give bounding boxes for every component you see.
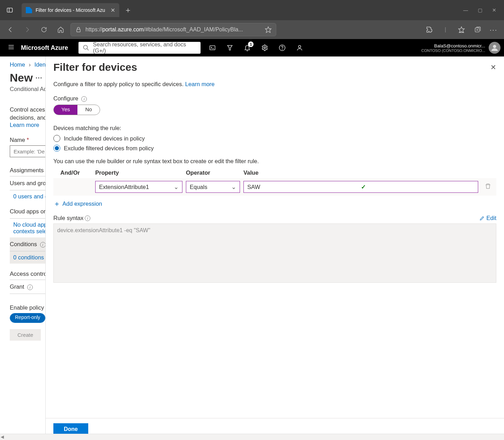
- notifications-icon[interactable]: 1: [240, 40, 255, 55]
- done-button[interactable]: Done: [53, 423, 88, 435]
- help-icon[interactable]: [274, 40, 290, 55]
- horizontal-scrollbar[interactable]: ◀: [0, 434, 504, 440]
- scroll-left-icon[interactable]: ◀: [1, 434, 4, 439]
- browser-tab[interactable]: Filter for devices - Microsoft Azu ✕: [22, 3, 119, 17]
- tab-close-icon[interactable]: ✕: [111, 7, 115, 14]
- directory-filter-icon[interactable]: [222, 40, 238, 55]
- svg-marker-4: [459, 27, 465, 33]
- toggle-no[interactable]: No: [77, 105, 99, 115]
- refresh-button[interactable]: [37, 23, 51, 37]
- radio-exclude[interactable]: Exclude filtered devices from policy: [53, 143, 496, 153]
- plus-icon: ＋: [53, 199, 60, 208]
- avatar: [489, 42, 501, 54]
- favorites-icon[interactable]: [454, 23, 468, 37]
- new-tab-button[interactable]: ＋: [124, 5, 132, 15]
- add-expression-button[interactable]: ＋ Add expression: [53, 199, 102, 208]
- col-property: Property: [95, 169, 182, 176]
- page-more-icon[interactable]: ···: [36, 74, 43, 82]
- edit-button[interactable]: Edit: [479, 215, 496, 221]
- check-icon: ✓: [361, 184, 475, 190]
- home-button[interactable]: [54, 23, 68, 37]
- rule-syntax-box[interactable]: device.extensionAttribute1 -eq "SAW": [53, 223, 496, 283]
- svg-point-19: [282, 50, 283, 50]
- collections-icon[interactable]: [471, 23, 484, 37]
- rule-row: ExtensionAttribute1 ⌄ Equals ⌄ SAW ✓: [53, 178, 496, 196]
- window-maximize[interactable]: ▢: [478, 7, 482, 13]
- blade-learn-more[interactable]: Learn more: [185, 81, 215, 87]
- col-andor: And/Or: [60, 169, 92, 176]
- svg-line-13: [87, 48, 89, 50]
- rule-syntax-label: Rule syntax: [53, 215, 83, 221]
- window-minimize[interactable]: —: [463, 7, 468, 13]
- rule-help-text: You can use the rule builder or rule syn…: [53, 158, 496, 165]
- learn-more-link[interactable]: Learn more: [10, 122, 39, 128]
- account-menu[interactable]: BalaS@contoso.onmicr... CONTOSO (CONTOSO…: [421, 42, 503, 54]
- blade-title: Filter for devices: [53, 61, 137, 73]
- account-tenant: CONTOSO (CONTOSO.ONMICRO...: [421, 48, 485, 53]
- settings-icon[interactable]: [257, 40, 272, 55]
- toggle-yes[interactable]: Yes: [54, 105, 77, 115]
- svg-rect-2: [77, 29, 80, 32]
- svg-marker-16: [228, 45, 232, 50]
- lock-icon: [75, 26, 82, 33]
- divider: |: [438, 23, 452, 37]
- favorite-icon[interactable]: [265, 26, 272, 33]
- url-text: https://portal.azure.com/#blade/Microsof…: [85, 26, 261, 33]
- breadcrumb-identity[interactable]: Iden: [35, 61, 46, 68]
- extensions-icon[interactable]: [422, 23, 436, 37]
- favicon-azure: [26, 7, 32, 13]
- search-input[interactable]: Search resources, services, and docs (G+…: [78, 42, 201, 54]
- configure-toggle[interactable]: Yes No: [53, 105, 100, 115]
- col-operator: Operator: [186, 169, 240, 176]
- svg-rect-14: [210, 46, 215, 50]
- svg-point-12: [84, 45, 88, 49]
- feedback-icon[interactable]: [292, 40, 307, 55]
- info-icon[interactable]: i: [85, 215, 90, 221]
- notification-badge: 1: [248, 41, 254, 47]
- radio-icon: [53, 145, 60, 152]
- svg-marker-3: [265, 27, 271, 33]
- menu-icon[interactable]: ···: [487, 23, 501, 37]
- info-icon[interactable]: i: [81, 96, 87, 102]
- svg-point-17: [264, 47, 266, 49]
- search-icon: [83, 44, 89, 51]
- svg-point-21: [493, 45, 496, 48]
- info-icon[interactable]: i: [27, 285, 33, 290]
- operator-dropdown[interactable]: Equals ⌄: [186, 181, 240, 193]
- create-button[interactable]: Create: [10, 329, 41, 341]
- radio-icon: [53, 135, 60, 142]
- matching-label: Devices matching the rule:: [53, 125, 496, 131]
- brand-label[interactable]: Microsoft Azure: [21, 44, 68, 52]
- info-icon[interactable]: i: [40, 242, 46, 248]
- name-label: Name: [10, 137, 25, 143]
- blade-description: Configure a filter to apply policy to sp…: [53, 81, 183, 87]
- cloud-shell-icon[interactable]: [205, 40, 220, 55]
- radio-include[interactable]: Include filtered devices in policy: [53, 134, 496, 143]
- configure-label: Configure: [53, 95, 78, 101]
- search-placeholder: Search resources, services, and docs (G+…: [93, 41, 197, 54]
- svg-point-20: [299, 45, 301, 48]
- delete-row-icon[interactable]: [484, 183, 493, 191]
- col-value: Value: [243, 169, 496, 176]
- page-title: New: [10, 71, 33, 84]
- svg-rect-0: [7, 8, 13, 12]
- back-button[interactable]: [3, 23, 17, 37]
- address-bar[interactable]: https://portal.azure.com/#blade/Microsof…: [70, 23, 276, 36]
- chevron-down-icon: ⌄: [231, 184, 236, 190]
- breadcrumb-home[interactable]: Home: [10, 61, 25, 68]
- hamburger-menu[interactable]: [3, 44, 20, 52]
- window-close[interactable]: ✕: [492, 7, 496, 13]
- account-name: BalaS@contoso.onmicr...: [421, 43, 485, 48]
- enable-policy-toggle[interactable]: Report-only: [10, 313, 45, 323]
- tab-title: Filter for devices - Microsoft Azu: [36, 7, 107, 13]
- property-dropdown[interactable]: ExtensionAttribute1 ⌄: [95, 181, 182, 193]
- close-icon[interactable]: ✕: [490, 63, 496, 71]
- forward-button[interactable]: [20, 23, 34, 37]
- report-only-option[interactable]: Report-only: [10, 313, 45, 323]
- tab-panel-icon[interactable]: [0, 7, 20, 14]
- value-input[interactable]: SAW ✓: [243, 181, 478, 193]
- chevron-down-icon: ⌄: [174, 184, 179, 190]
